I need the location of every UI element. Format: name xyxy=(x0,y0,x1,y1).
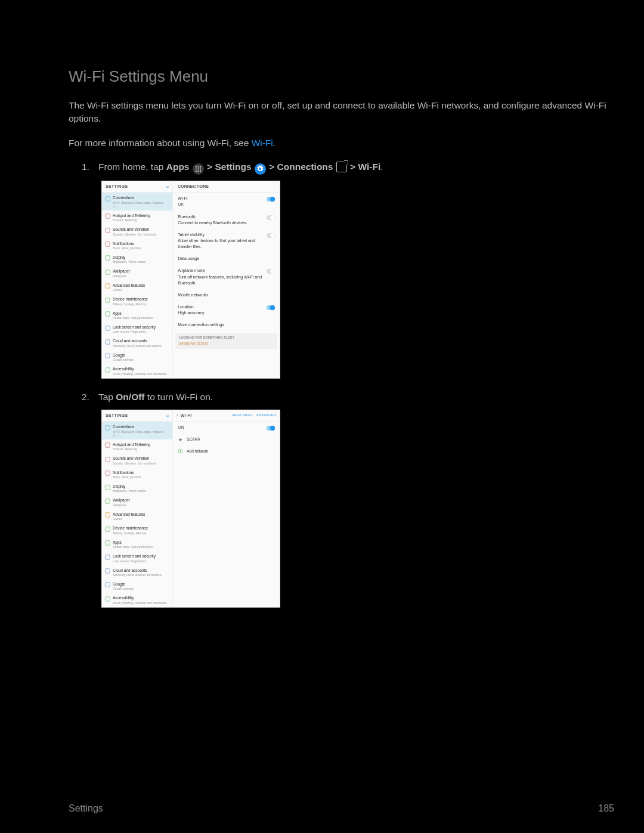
svg-rect-15 xyxy=(105,284,110,289)
moreinfo-pre: For more information about using Wi-Fi, … xyxy=(69,138,252,148)
svg-point-2 xyxy=(200,166,201,168)
svg-rect-20 xyxy=(105,354,110,358)
sidebar-item: GoogleGoogle settings xyxy=(102,579,172,593)
connections-header: CONNECTIONS xyxy=(173,181,280,193)
sidebar-item: AppsDefault apps, App permissions xyxy=(102,308,172,322)
connections-row: Mobile networks xyxy=(173,289,280,301)
connections-label: Connections xyxy=(277,162,333,172)
sidebar-item: GoogleGoogle settings xyxy=(102,350,172,364)
wifi-toggle xyxy=(267,426,275,431)
svg-rect-32 xyxy=(105,569,110,574)
connections-row: Wi-FiOn xyxy=(173,193,280,210)
network-row: SCARR xyxy=(173,433,280,445)
gear-icon xyxy=(255,163,266,175)
sidebar-item: Cloud and accountsSamsung Cloud, Backup … xyxy=(102,336,172,349)
svg-rect-25 xyxy=(105,471,110,476)
svg-rect-22 xyxy=(105,426,110,431)
sidebar-item: ConnectionsWi-Fi, Bluetooth, Data usage,… xyxy=(102,193,172,210)
svg-rect-24 xyxy=(105,457,110,462)
sidebar-item: NotificationsBlock, allow, prioritize xyxy=(102,467,172,481)
footer-section: Settings xyxy=(69,801,103,815)
page-title: Wi-Fi Settings Menu xyxy=(69,66,614,88)
intro-text: The Wi-Fi settings menu lets you turn Wi… xyxy=(69,99,614,126)
page-number: 185 xyxy=(598,801,614,815)
svg-rect-30 xyxy=(105,541,110,546)
apps-icon xyxy=(193,163,204,175)
wifi-label: Wi-Fi xyxy=(358,162,380,172)
svg-point-3 xyxy=(196,168,197,169)
sidebar-item: ConnectionsWi-Fi, Bluetooth, Data usage,… xyxy=(102,422,172,439)
svg-rect-21 xyxy=(105,368,110,373)
svg-rect-13 xyxy=(105,256,110,261)
sidebar-item: NotificationsBlock, allow, prioritize xyxy=(102,239,172,252)
svg-rect-33 xyxy=(105,583,110,587)
connections-row: Airplane modeTurn off network features, … xyxy=(173,265,280,289)
sidebar-item: Cloud and accountsSamsung Cloud, Backup … xyxy=(102,565,172,579)
sidebar-item: AccessibilityVision, Hearing, Dexterity … xyxy=(102,593,172,606)
connections-row: Tablet visibilityAllow other devices to … xyxy=(173,229,280,253)
svg-point-6 xyxy=(196,171,197,172)
connections-row: More connection settings xyxy=(173,319,280,331)
looking-for-box: LOOKING FOR SOMETHING ELSE? SAMSUNG CLOU… xyxy=(175,333,277,349)
svg-rect-12 xyxy=(105,242,110,247)
toggle xyxy=(267,305,275,310)
sidebar-item: Lock screen and securityLock screen, Fin… xyxy=(102,322,172,336)
settings-header-2: SETTINGS xyxy=(106,413,128,419)
wifi-icon xyxy=(178,437,183,442)
sidebar-item: DisplayBrightness, Home screen xyxy=(102,252,172,266)
svg-point-7 xyxy=(197,171,199,172)
svg-rect-10 xyxy=(105,214,110,219)
settings-header: SETTINGS xyxy=(106,184,128,190)
wifi-header: WI-FI xyxy=(181,413,192,419)
settings-label: Settings xyxy=(215,162,251,172)
svg-rect-18 xyxy=(105,326,110,330)
moreinfo: For more information about using Wi-Fi, … xyxy=(69,137,614,150)
connections-icon xyxy=(336,162,347,172)
svg-point-1 xyxy=(197,166,199,168)
sidebar-item: Device maintenanceBattery, Storage, Memo… xyxy=(102,294,172,308)
svg-rect-11 xyxy=(105,228,110,233)
sidebar-item: Advanced featuresGames xyxy=(102,280,172,294)
sidebar-item: Hotspot and TetheringHotspot, Tethering xyxy=(102,439,172,453)
sidebar-item: Hotspot and TetheringHotspot, Tethering xyxy=(102,210,172,224)
step-2: Tap On/Off to turn Wi-Fi on. SETTINGS⌕ C… xyxy=(98,391,614,608)
add-network-row: Add network xyxy=(173,445,280,457)
sidebar-item: WallpaperWallpaper xyxy=(102,495,172,509)
connections-row: BluetoothConnect to nearby Bluetooth dev… xyxy=(173,211,280,229)
plus-icon xyxy=(178,448,183,454)
svg-rect-23 xyxy=(105,443,110,448)
svg-rect-28 xyxy=(105,513,110,518)
svg-rect-9 xyxy=(105,196,110,201)
sidebar-item: Sounds and vibrationSounds, Vibration, D… xyxy=(102,453,172,467)
svg-rect-17 xyxy=(105,312,110,317)
svg-rect-16 xyxy=(105,298,110,302)
sidebar-item: Advanced featuresGames xyxy=(102,509,172,523)
advanced: ADVANCED xyxy=(256,413,276,418)
toggle xyxy=(267,233,275,238)
toggle xyxy=(267,269,275,274)
svg-point-5 xyxy=(200,168,201,169)
toggle xyxy=(267,215,275,220)
sidebar-item: Device maintenanceBattery, Storage, Memo… xyxy=(102,523,172,537)
search-icon: ⌕ xyxy=(166,413,169,419)
connections-row: Data usage xyxy=(173,253,280,265)
sidebar-item: WallpaperWallpaper xyxy=(102,266,172,280)
wifi-on-row: ON xyxy=(173,422,280,433)
step-1: From home, tap Apps > Settings > Connect… xyxy=(98,160,614,379)
screenshot-2: SETTINGS⌕ ConnectionsWi-Fi, Bluetooth, D… xyxy=(101,410,280,608)
svg-point-0 xyxy=(196,166,197,168)
sidebar-item: DisplayBrightness, Home screen xyxy=(102,481,172,495)
svg-rect-29 xyxy=(105,527,110,532)
search-icon: ⌕ xyxy=(166,184,169,190)
connections-row: LocationHigh accuracy xyxy=(173,301,280,319)
svg-rect-19 xyxy=(105,340,110,345)
svg-point-4 xyxy=(197,168,199,169)
svg-point-8 xyxy=(200,171,201,172)
screenshot-1: SETTINGS⌕ ConnectionsWi-Fi, Bluetooth, D… xyxy=(101,181,280,379)
svg-rect-27 xyxy=(105,499,110,504)
svg-rect-34 xyxy=(105,597,110,602)
wifi-link[interactable]: Wi-Fi xyxy=(252,138,273,148)
toggle xyxy=(267,197,275,202)
wifi-direct: Wi-Fi Direct xyxy=(233,413,253,418)
svg-rect-31 xyxy=(105,555,110,559)
